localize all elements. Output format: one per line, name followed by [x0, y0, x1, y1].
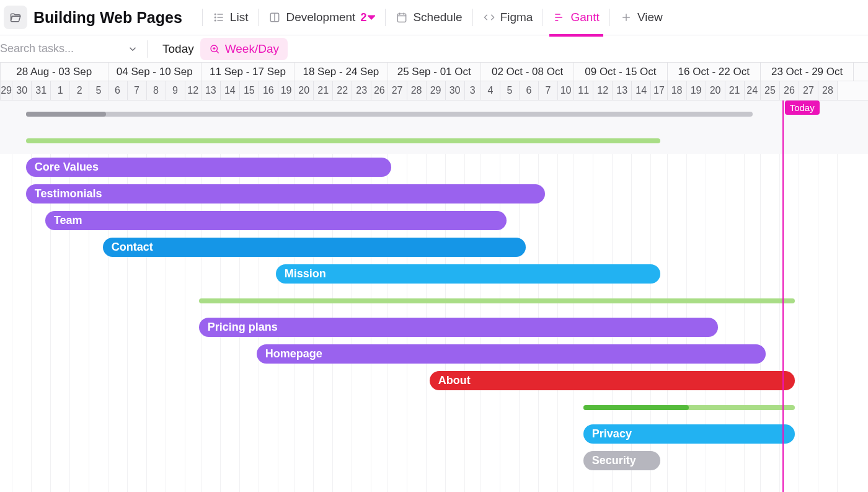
day-header-cell: 7: [539, 81, 558, 100]
day-header-cell: 12: [593, 81, 613, 100]
gantt-task-bar[interactable]: Pricing plans: [199, 318, 718, 337]
zoom-icon: [209, 43, 220, 55]
day-header-cell: 2: [70, 81, 89, 100]
day-header-cell: 5: [89, 81, 108, 100]
tab-gantt[interactable]: Gantt: [552, 7, 600, 28]
chevron-down-icon[interactable]: [127, 43, 138, 55]
gantt-summary-bar[interactable]: [199, 298, 795, 303]
gantt-chart-body[interactable]: Core ValuesTestimonialsTeamContactMissio…: [0, 101, 868, 492]
day-header-cell: 28: [818, 81, 838, 100]
svg-point-0: [215, 14, 216, 15]
gantt-task-bar[interactable]: Privacy: [583, 424, 795, 444]
caret-down-icon: [368, 14, 375, 21]
day-header-cell: 8: [147, 81, 166, 100]
gantt-row: Team: [0, 207, 868, 234]
tab-figma[interactable]: Figma: [482, 7, 534, 28]
day-header-cell: 3: [465, 81, 481, 100]
code-icon: [483, 11, 495, 24]
zoom-chip[interactable]: Week/Day: [200, 38, 288, 60]
search-input[interactable]: [0, 42, 105, 55]
board-icon: [268, 11, 281, 24]
tab-label: Gantt: [570, 11, 599, 24]
topbar: Building Web Pages List Development 2 Sc…: [0, 0, 868, 35]
day-header-cell: 17: [651, 81, 667, 100]
gantt-row: Core Values: [0, 154, 868, 181]
tab-schedule[interactable]: Schedule: [394, 7, 463, 28]
week-header-cell: 11 Sep - 17 Sep: [202, 63, 294, 81]
gantt-task-bar[interactable]: Team: [45, 211, 507, 230]
gantt-row: [0, 287, 868, 314]
day-header-cell: 24: [745, 81, 761, 100]
gantt-task-bar[interactable]: Homepage: [257, 344, 766, 364]
gantt-task-bar[interactable]: Contact: [103, 238, 526, 257]
day-header-cell: 21: [314, 81, 333, 100]
tab-badge: 2: [360, 11, 375, 24]
timeline-weeks-row: 28 Aug - 03 Sep04 Sep - 10 Sep11 Sep - 1…: [0, 63, 868, 81]
gantt-row: Testimonials: [0, 181, 868, 207]
plus-icon: [620, 11, 632, 24]
divider: [542, 9, 543, 26]
day-header-cell: 29: [0, 81, 12, 100]
day-header-cell: 6: [108, 81, 128, 100]
tab-development[interactable]: Development 2: [267, 7, 376, 28]
gantt-row: Privacy: [0, 421, 868, 447]
gantt-row: About: [0, 367, 868, 394]
gantt-rows: Core ValuesTestimonialsTeamContactMissio…: [0, 101, 868, 492]
week-header-cell: 23 Oct - 29 Oct: [761, 63, 854, 81]
day-header-cell: 20: [294, 81, 314, 100]
folder-icon-chip[interactable]: [4, 6, 27, 29]
gantt-task-bar[interactable]: About: [430, 371, 795, 390]
day-header-cell: 26: [780, 81, 799, 100]
folder-open-icon: [9, 11, 22, 24]
search-wrap: [0, 42, 138, 55]
day-header-cell: 9: [166, 81, 185, 100]
day-header-cell: 25: [761, 81, 780, 100]
day-header-cell: 28: [407, 81, 427, 100]
list-icon: [213, 11, 225, 24]
gantt-row: [0, 474, 868, 492]
day-header-cell: 30: [446, 81, 465, 100]
gantt-summary-bar[interactable]: [26, 138, 660, 143]
gantt-row: Mission: [0, 261, 868, 287]
add-view-button[interactable]: View: [619, 7, 664, 28]
day-header-cell: 5: [500, 81, 520, 100]
divider: [385, 9, 386, 26]
divider: [472, 9, 473, 26]
gantt-summary-progress: [26, 112, 106, 117]
day-header-cell: 27: [799, 81, 818, 100]
today-button[interactable]: Today: [156, 38, 200, 60]
tab-list[interactable]: List: [211, 7, 250, 28]
gantt-task-bar[interactable]: Testimonials: [26, 184, 545, 204]
day-header-cell: 22: [333, 81, 352, 100]
tab-label: List: [230, 11, 249, 24]
tab-label: Development: [286, 11, 355, 24]
gantt-task-bar[interactable]: Mission: [276, 264, 660, 284]
zoom-label: Week/Day: [225, 42, 279, 56]
day-header-cell: 26: [371, 81, 388, 100]
day-header-cell: 19: [687, 81, 706, 100]
timeline-header: 28 Aug - 03 Sep04 Sep - 10 Sep11 Sep - 1…: [0, 62, 868, 101]
gantt-summary-bar[interactable]: [583, 405, 795, 410]
day-header-cell: 19: [278, 81, 294, 100]
page-title: Building Web Pages: [33, 9, 182, 27]
divider: [202, 9, 203, 26]
gantt-row: [0, 394, 868, 421]
gantt-row: Security: [0, 447, 868, 474]
day-header-cell: 10: [558, 81, 574, 100]
day-header-cell: 7: [128, 81, 147, 100]
day-header-cell: 14: [221, 81, 240, 100]
divider: [609, 9, 610, 26]
gantt-task-bar[interactable]: Security: [583, 451, 660, 470]
day-header-cell: 20: [706, 81, 725, 100]
divider: [147, 40, 148, 58]
day-header-cell: 13: [202, 81, 221, 100]
tab-label: Figma: [500, 11, 533, 24]
tab-label: Schedule: [413, 11, 462, 24]
week-header-cell: 18 Sep - 24 Sep: [294, 63, 388, 81]
gantt-summary-bar[interactable]: [26, 112, 753, 117]
day-header-cell: 1: [51, 81, 70, 100]
today-marker-tag: Today: [785, 101, 820, 115]
week-header-cell: 09 Oct - 15 Oct: [574, 63, 667, 81]
add-view-label: View: [637, 11, 663, 24]
gantt-task-bar[interactable]: Core Values: [26, 158, 391, 177]
